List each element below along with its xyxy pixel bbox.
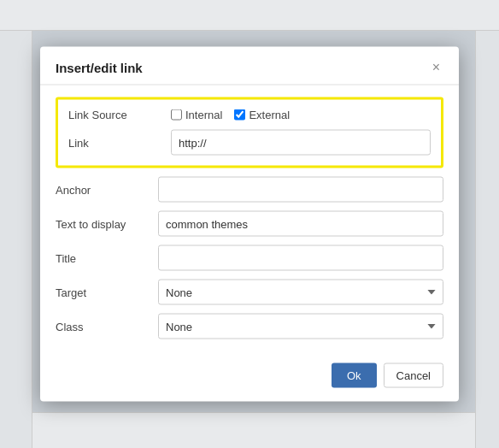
anchor-row: Anchor	[56, 177, 443, 203]
cancel-button[interactable]: Cancel	[384, 363, 443, 388]
class-select[interactable]: None	[158, 314, 443, 339]
text-to-display-row: Text to display	[56, 211, 443, 237]
link-input[interactable]	[171, 130, 431, 156]
target-select[interactable]: None _blank _self _parent _top	[158, 280, 443, 305]
link-source-label: Link Source	[68, 109, 171, 121]
anchor-label: Anchor	[56, 183, 158, 196]
highlighted-section: Link Source Internal External	[56, 97, 443, 168]
external-checkbox[interactable]	[234, 109, 245, 121]
modal-title: Insert/edit link	[56, 60, 143, 74]
link-row: Link	[68, 130, 431, 156]
external-option[interactable]: External	[234, 109, 290, 121]
class-row: Class None	[56, 314, 443, 339]
modal-footer: Ok Cancel	[40, 355, 459, 402]
text-to-display-label: Text to display	[56, 217, 158, 230]
modal-header: Insert/edit link ×	[40, 47, 459, 85]
external-label: External	[249, 109, 290, 121]
ok-button[interactable]: Ok	[332, 363, 377, 388]
internal-checkbox[interactable]	[171, 109, 182, 121]
internal-option[interactable]: Internal	[171, 109, 222, 121]
target-row: Target None _blank _self _parent _top	[56, 280, 443, 305]
link-label: Link	[68, 136, 171, 149]
link-source-row: Link Source Internal External	[68, 109, 431, 121]
class-label: Class	[56, 320, 158, 333]
title-label: Title	[56, 251, 158, 264]
close-button[interactable]: ×	[429, 59, 443, 76]
link-source-options: Internal External	[171, 109, 431, 121]
insert-edit-link-dialog: Insert/edit link × Link Source Internal	[40, 47, 459, 402]
text-to-display-input[interactable]	[158, 211, 443, 237]
title-input[interactable]	[158, 245, 443, 271]
target-label: Target	[56, 286, 158, 298]
internal-label: Internal	[185, 109, 222, 121]
title-row: Title	[56, 245, 443, 271]
anchor-input[interactable]	[158, 177, 443, 203]
modal-body: Link Source Internal External	[40, 85, 459, 355]
